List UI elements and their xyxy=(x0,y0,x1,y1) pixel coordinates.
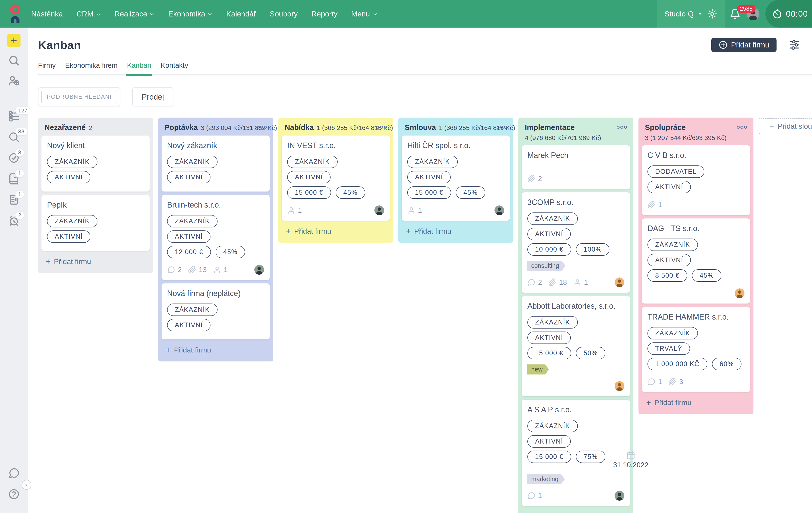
card-count-attachments: 1 xyxy=(647,201,662,209)
help-icon[interactable] xyxy=(8,488,20,500)
nav-item-soubory[interactable]: Soubory xyxy=(270,10,298,18)
chevron-down-icon xyxy=(96,13,101,16)
nav-item-realizace[interactable]: Realizace xyxy=(115,10,155,18)
column-title: Spolupráce xyxy=(645,123,686,132)
column-menu-button[interactable] xyxy=(256,123,267,131)
card-pill: AKTIVNÍ xyxy=(167,171,210,183)
nav-item-label: Soubory xyxy=(270,10,298,18)
column-summary: 3 (1 207 544 Kč/693 395 Kč) xyxy=(645,134,736,142)
tab-ekonomika-firem[interactable]: Ekonomika firem xyxy=(65,61,118,69)
kanban-card-novy-klient[interactable]: Nový klientZÁKAZNÍKAKTIVNÍ xyxy=(41,136,150,192)
nav-item-reporty[interactable]: Reporty xyxy=(311,10,338,18)
nav-item-label: CRM xyxy=(77,10,94,18)
add-card-button[interactable]: +Přidat firmu xyxy=(518,506,633,513)
card-avatar xyxy=(254,265,264,275)
card-avatar xyxy=(614,491,625,501)
kanban-card-dag-ts-s-r-o[interactable]: DAG - TS s.r.o.ZÁKAZNÍKAKTIVNÍ8 500 €45% xyxy=(642,219,750,304)
time-tracker[interactable]: 00:00 xyxy=(765,0,812,28)
tab-kontakty[interactable]: Kontakty xyxy=(161,61,188,69)
add-card-label: Přidat firmu xyxy=(654,398,692,407)
nav-item-nastenka[interactable]: Nástěnka xyxy=(31,10,63,18)
card-title: Pepík xyxy=(47,200,144,209)
sidebar-item-approvals[interactable]: 3 xyxy=(8,152,20,164)
stopwatch-icon xyxy=(772,8,783,19)
kanban-card-nova-firma-neplatce[interactable]: Nová firma (neplátce)ZÁKAZNÍKAKTIVNÍ xyxy=(162,283,270,339)
add-company-button[interactable]: Přidat firmu xyxy=(712,38,777,52)
people-icon xyxy=(213,266,221,274)
sidebar-item-reminders[interactable]: 2 xyxy=(8,215,20,227)
kanban-card-3comp-s-r-o[interactable]: 3COMP s.r.o.ZÁKAZNÍKAKTIVNÍ10 000 €100%c… xyxy=(522,192,630,293)
card-title: C V B s.r.o. xyxy=(647,151,745,160)
sidebar-expand-button[interactable] xyxy=(22,480,31,490)
column-menu-button[interactable] xyxy=(736,123,748,131)
view-filter-button[interactable]: Prodej xyxy=(132,87,173,107)
add-card-button[interactable]: +Přidat firmu xyxy=(638,392,753,412)
card-count-comments: 1 xyxy=(647,378,662,386)
add-card-button[interactable]: +Přidat firmu xyxy=(158,339,273,359)
tab-kanban[interactable]: Kanban xyxy=(127,61,151,69)
kanban-board: Nezařazené2Nový klientZÁKAZNÍKAKTIVNÍPep… xyxy=(38,118,812,513)
chevron-down-icon xyxy=(208,13,212,16)
attachments-icon xyxy=(668,378,676,386)
add-card-button[interactable]: +Přidat firmu xyxy=(398,221,513,240)
kanban-column-smlouva: Smlouva1 (366 255 Kč/164 815 Kč)Hilti ČR… xyxy=(398,118,513,243)
card-count-people: 1 xyxy=(407,206,422,215)
kanban-card-hilti-cr-spol-s-r-o[interactable]: Hilti ČR spol. s r.o.ZÁKAZNÍKAKTIVNÍ15 0… xyxy=(402,136,510,221)
kanban-card-marek-pech[interactable]: Marek Pech2 xyxy=(522,145,630,189)
card-value-pill: 12 000 € xyxy=(167,246,211,258)
card-pill: ZÁKAZNÍK xyxy=(167,215,218,227)
nav-item-menu[interactable]: Menu xyxy=(351,10,377,18)
card-title: Bruin-tech s.r.o. xyxy=(167,200,264,209)
settings-gear-icon[interactable] xyxy=(707,8,718,19)
kanban-card-trade-hammer-s-r-o[interactable]: TRADE HAMMER s.r.o.ZÁKAZNÍKTRVALÝ1 000 0… xyxy=(642,307,750,392)
kanban-card-pepik[interactable]: PepíkZÁKAZNÍKAKTIVNÍ xyxy=(41,195,150,251)
kanban-card-c-v-b-s-r-o[interactable]: C V B s.r.o.DODAVATELAKTIVNÍ1 xyxy=(642,145,750,215)
plus-icon: + xyxy=(286,227,291,236)
kanban-card-bruin-tech-s-r-o[interactable]: Bruin-tech s.r.o.ZÁKAZNÍKAKTIVNÍ12 000 €… xyxy=(162,195,270,280)
top-nav: NástěnkaCRMRealizaceEkonomikaKalendářSou… xyxy=(0,0,812,28)
plus-icon: + xyxy=(166,345,171,354)
nav-item-crm[interactable]: CRM xyxy=(77,10,101,18)
add-column-button[interactable]: +Přidat sloup xyxy=(759,118,812,134)
due-date: 31.10.2022 xyxy=(613,451,648,469)
column-menu-button[interactable] xyxy=(376,123,388,131)
attachments-icon xyxy=(647,201,656,209)
card-value-pill: 45% xyxy=(215,246,245,258)
chat-icon[interactable] xyxy=(8,467,20,479)
plus-icon: + xyxy=(406,227,411,236)
card-value-pill: 50% xyxy=(576,347,606,359)
tab-firmy[interactable]: Firmy xyxy=(38,61,56,69)
caret-down-icon xyxy=(698,12,702,15)
search-icon[interactable] xyxy=(8,55,20,66)
plus-icon: + xyxy=(526,512,531,513)
app-logo-icon[interactable] xyxy=(8,4,22,24)
kanban-card-in-vest-s-r-o[interactable]: IN VEST s.r.o.ZÁKAZNÍKAKTIVNÍ15 000 €45%… xyxy=(282,136,390,221)
sidebar-item-tasks[interactable]: 127 xyxy=(8,110,20,122)
advanced-search-button[interactable]: PODROBNÉ HLEDÁNÍ xyxy=(38,87,120,107)
column-summary: 2 xyxy=(89,124,92,132)
timer-value: 00:00 xyxy=(786,9,808,19)
add-card-button[interactable]: +Přidat firmu xyxy=(38,251,153,271)
people-icon xyxy=(407,206,415,215)
board-settings-icon[interactable] xyxy=(789,39,800,50)
nav-item-ekonomika[interactable]: Ekonomika xyxy=(168,10,212,18)
column-menu-button[interactable] xyxy=(616,123,628,131)
column-menu-button[interactable] xyxy=(496,123,508,131)
kanban-card-abbott-laboratories-s-r-o[interactable]: Abbott Laboratories, s.r.o.ZÁKAZNÍKAKTIV… xyxy=(522,296,630,396)
sidebar-item-journal[interactable]: 1 xyxy=(8,173,20,185)
card-pill: DODAVATEL xyxy=(647,166,704,178)
sidebar-item-notes[interactable]: 1 xyxy=(8,194,20,206)
kanban-card-novy-zakaznik[interactable]: Nový zákazníkZÁKAZNÍKAKTIVNÍ xyxy=(162,136,270,192)
add-contact-icon[interactable] xyxy=(8,75,20,87)
sidebar-item-saved-search[interactable]: 38 xyxy=(8,131,20,143)
kanban-card-a-s-a-p-s-r-o[interactable]: A S A P s.r.o.ZÁKAZNÍKAKTIVNÍ15 000 €75%… xyxy=(522,400,630,506)
add-card-button[interactable]: +Přidat firmu xyxy=(278,221,393,240)
comments-icon xyxy=(167,266,175,274)
nav-item-kalendar[interactable]: Kalendář xyxy=(226,10,256,18)
kanban-column-implementace: Implementace4 (976 680 Kč/701 989 Kč)Mar… xyxy=(518,118,633,513)
quick-add-button[interactable]: + xyxy=(7,34,21,47)
nav-item-label: Menu xyxy=(351,10,370,18)
notifications-bell-icon[interactable]: 2588 xyxy=(729,8,741,20)
card-title: A S A P s.r.o. xyxy=(527,405,625,414)
workspace-switcher[interactable]: Studio Q xyxy=(657,0,725,28)
